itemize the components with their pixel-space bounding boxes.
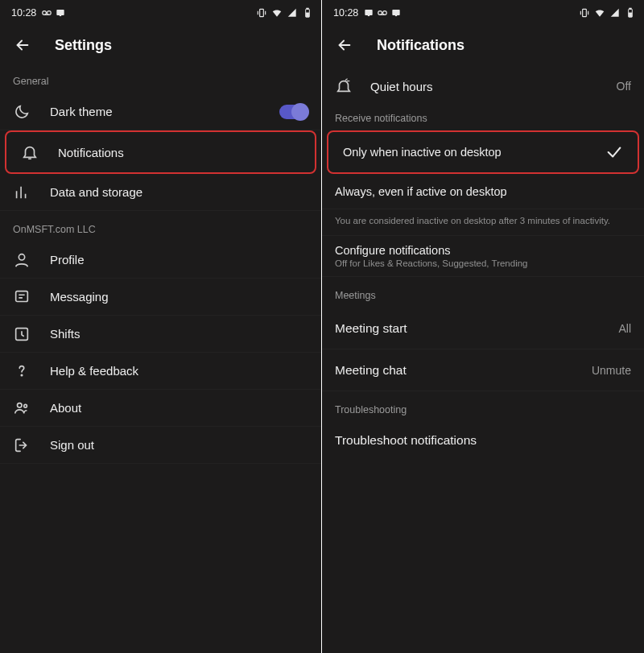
dark-theme-toggle[interactable] <box>279 105 308 119</box>
quiet-hours-label: Quiet hours <box>370 80 599 93</box>
section-header-org: OnMSFT.com LLC <box>0 211 321 242</box>
option-inactive-row[interactable]: Only when inactive on desktop <box>330 134 636 171</box>
svg-rect-19 <box>395 15 397 16</box>
notifications-label: Notifications <box>58 146 300 159</box>
cellular-icon <box>287 7 298 19</box>
help-label: Help & feedback <box>50 364 308 378</box>
notification-icon <box>55 7 66 19</box>
section-header-general: General <box>0 68 321 93</box>
right-screen: 10:28 Notifications <box>322 0 644 653</box>
app-bar: Settings <box>0 23 321 68</box>
page-title: Notifications <box>377 37 464 54</box>
meeting-chat-label: Meeting chat <box>335 363 407 378</box>
section-header-meetings: Meetings <box>322 277 644 308</box>
signout-row[interactable]: Sign out <box>0 427 321 464</box>
profile-label: Profile <box>50 253 308 267</box>
svg-rect-6 <box>307 8 308 9</box>
svg-rect-7 <box>306 13 309 17</box>
message-icon <box>13 288 31 306</box>
notifications-row[interactable]: Notifications <box>8 134 313 171</box>
page-title: Settings <box>55 37 112 54</box>
meeting-chat-value: Unmute <box>592 364 631 377</box>
svg-rect-22 <box>630 8 631 9</box>
svg-rect-3 <box>60 15 61 16</box>
option-always-label: Always, even if active on desktop <box>335 185 507 198</box>
svg-point-13 <box>24 404 27 407</box>
notification-icon <box>363 7 374 19</box>
svg-point-8 <box>19 254 24 259</box>
svg-point-12 <box>18 403 23 407</box>
vibrate-icon <box>579 7 590 19</box>
notification-icon-2 <box>390 7 402 19</box>
svg-rect-18 <box>393 10 400 15</box>
highlight-inactive-option: Only when inactive on desktop <box>327 130 639 174</box>
meeting-start-value: All <box>618 322 631 335</box>
inactive-description: You are considered inactive on desktop a… <box>322 209 644 236</box>
signout-label: Sign out <box>50 438 308 452</box>
status-bar: 10:28 <box>322 0 644 23</box>
bell-icon <box>21 143 39 161</box>
svg-point-11 <box>21 374 22 375</box>
cellular-icon <box>609 7 621 19</box>
configure-notifications-row[interactable]: Configure notifications Off for Likes & … <box>322 236 644 277</box>
svg-rect-14 <box>365 10 373 15</box>
wifi-icon <box>594 7 605 19</box>
shifts-label: Shifts <box>50 327 308 341</box>
svg-rect-15 <box>368 15 369 16</box>
svg-rect-23 <box>629 13 632 17</box>
voicemail-icon <box>41 7 52 19</box>
clock-icon <box>13 325 31 343</box>
troubleshoot-row[interactable]: Troubleshoot notifications <box>322 422 644 459</box>
svg-rect-20 <box>583 9 587 16</box>
back-button[interactable] <box>335 35 354 55</box>
voicemail-icon <box>377 7 388 19</box>
bars-icon <box>13 184 31 201</box>
meeting-chat-row[interactable]: Meeting chat Unmute <box>322 349 644 391</box>
data-storage-row[interactable]: Data and storage <box>0 174 321 211</box>
signout-icon <box>13 436 31 454</box>
app-bar: Notifications <box>322 23 644 68</box>
section-header-receive: Receive notifications <box>322 105 644 130</box>
configure-notifications-sub: Off for Likes & Reactions, Suggested, Tr… <box>335 258 631 268</box>
vibrate-icon <box>256 7 267 19</box>
svg-rect-2 <box>57 10 64 15</box>
meeting-start-label: Meeting start <box>335 321 407 336</box>
svg-point-17 <box>383 11 387 15</box>
option-always-row[interactable]: Always, even if active on desktop <box>322 174 644 209</box>
section-header-troubleshoot: Troubleshooting <box>322 391 644 422</box>
help-row[interactable]: Help & feedback <box>0 353 321 390</box>
status-time: 10:28 <box>11 7 36 19</box>
question-icon <box>13 362 31 380</box>
highlight-notifications: Notifications <box>5 130 316 174</box>
messaging-label: Messaging <box>50 290 308 304</box>
back-button[interactable] <box>13 35 32 55</box>
svg-point-0 <box>43 11 47 15</box>
teams-icon <box>13 399 31 417</box>
status-time: 10:28 <box>333 7 358 19</box>
check-icon <box>605 143 623 161</box>
wifi-icon <box>271 7 283 19</box>
quiet-hours-value: Off <box>617 80 631 93</box>
profile-row[interactable]: Profile <box>0 242 321 279</box>
meeting-start-row[interactable]: Meeting start All <box>322 308 644 349</box>
messaging-row[interactable]: Messaging <box>0 279 321 316</box>
svg-rect-4 <box>260 9 264 16</box>
shifts-row[interactable]: Shifts <box>0 316 321 353</box>
configure-notifications-label: Configure notifications <box>335 244 631 257</box>
svg-point-16 <box>378 11 382 15</box>
troubleshoot-label: Troubleshoot notifications <box>335 433 477 447</box>
battery-icon <box>625 7 636 19</box>
dark-theme-label: Dark theme <box>50 105 260 118</box>
about-row[interactable]: About <box>0 390 321 427</box>
dark-theme-row[interactable]: Dark theme <box>0 93 321 130</box>
left-screen: 10:28 Settings General <box>0 0 322 653</box>
status-bar: 10:28 <box>0 0 321 23</box>
moon-icon <box>13 103 31 121</box>
quiet-hours-icon <box>335 77 353 95</box>
about-label: About <box>50 401 308 415</box>
svg-point-1 <box>47 11 52 15</box>
person-icon <box>13 251 31 269</box>
quiet-hours-row[interactable]: Quiet hours Off <box>322 68 644 105</box>
option-inactive-label: Only when inactive on desktop <box>343 146 502 159</box>
battery-icon <box>302 7 313 19</box>
